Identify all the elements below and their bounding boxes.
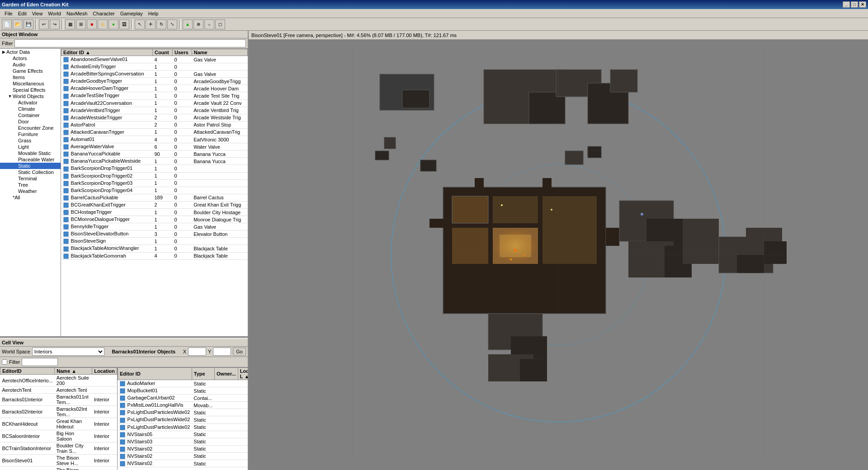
list-item[interactable]: NVStairs02 Static	[118, 452, 248, 460]
list-item[interactable]: NVStairs03 Static	[118, 438, 248, 445]
region-button[interactable]: ◻	[215, 19, 225, 29]
list-item[interactable]: NVStairs02 Static	[118, 445, 248, 452]
render-button[interactable]: 🖼	[119, 19, 129, 29]
list-item[interactable]: NVStairs02 Static	[118, 460, 248, 467]
menu-edit[interactable]: Edit	[15, 10, 29, 17]
tree-item-misc[interactable]: Miscellaneous	[0, 80, 61, 87]
menu-world[interactable]: World	[45, 10, 64, 17]
tree-item-placeable-water[interactable]: Placeable Water	[0, 156, 61, 163]
list-item[interactable]: BCKhanHideout Great Khan Hideout Interio…	[0, 418, 117, 430]
obj-col-owner[interactable]: Owner...	[215, 368, 238, 380]
table-row[interactable]: AbandonedSewerValve01 4 0 Gas Valve	[61, 56, 248, 63]
list-item[interactable]: PxLightDustParticlesWide02 Static	[118, 416, 248, 423]
grid-button[interactable]: ▦	[65, 19, 75, 29]
tree-item-actor-data[interactable]: ▶ Actor Data	[0, 49, 61, 55]
cell-col-name[interactable]: Name ▲	[55, 368, 92, 375]
cell-col-editorid[interactable]: EditorID	[0, 368, 55, 375]
table-row[interactable]: BarkScorpionDropTrigger03 1 0	[61, 179, 248, 187]
table-row[interactable]: ArcadeBitterSpringsConversation 1 0 Gas …	[61, 70, 248, 78]
table-row[interactable]: BlackjackTableAtomicWrangler 1 0 Blackja…	[61, 245, 248, 252]
move-button[interactable]: ✛	[146, 19, 156, 29]
tree-item-terminal[interactable]: Terminal	[0, 175, 61, 182]
table-row[interactable]: ArcadeWestsideTrigger 2 0 Arcade Westsid…	[61, 114, 248, 121]
tree-item-special-effects[interactable]: Special Effects	[0, 87, 61, 93]
filter-input[interactable]	[14, 39, 246, 47]
viewport[interactable]	[249, 40, 868, 470]
tree-item-actors[interactable]: Actors	[0, 55, 61, 61]
table-row[interactable]: AstorPatrol 2 0 Astor Patrol Stop	[61, 121, 248, 128]
land-button[interactable]: ▲	[183, 19, 193, 29]
obj-col-lock[interactable]: Lock L ▲	[238, 368, 248, 380]
col-editor-id[interactable]: Editor ID ▲	[61, 49, 153, 56]
tree-item-encounter-zone[interactable]: Encounter Zone	[0, 125, 61, 131]
col-button[interactable]: ●	[108, 19, 118, 29]
menu-character[interactable]: Character	[90, 10, 117, 17]
list-item[interactable]: PxLightDustParticlesWide02 Static	[118, 409, 248, 416]
go-button[interactable]: Go	[233, 348, 246, 356]
table-row[interactable]: ArcadeGoodbyeTrigger 1 0 ArcadeGoodbyeTr…	[61, 78, 248, 85]
table-row[interactable]: AttackedCaravanTrigger 1 0 AttackedCarav…	[61, 128, 248, 136]
list-item[interactable]: GarbageCanUrban02 Contai...	[118, 395, 248, 402]
list-item[interactable]: BisonSteve02 The Bison Steve H... Interi…	[0, 467, 117, 470]
list-item[interactable]: BCSaloonInterior Big Hon Saloon Interior	[0, 430, 117, 442]
table-row[interactable]: ArcadeVentbirdTrigger 1 0 Arcade Ventbir…	[61, 107, 248, 114]
table-row[interactable]: BisonSteveSign 1 0	[61, 238, 248, 245]
list-item[interactable]: AerotechTent Aerotech Tent	[0, 387, 117, 394]
y-input[interactable]	[213, 348, 231, 356]
table-row[interactable]: BarkScorpionDropTrigger01 1 0	[61, 165, 248, 172]
tree-item-tree[interactable]: Tree	[0, 182, 61, 188]
x-input[interactable]	[188, 348, 206, 356]
menu-gameplay[interactable]: Gameplay	[118, 10, 146, 17]
obj-col-type[interactable]: Type	[192, 368, 214, 380]
expander-actor-data[interactable]: ▶	[1, 50, 6, 54]
tree-item-activator[interactable]: Activator	[0, 99, 61, 106]
list-item[interactable]: Barracks01Interior Barracks011nt Tem... …	[0, 394, 117, 406]
tree-item-weather[interactable]: Weather	[0, 188, 61, 194]
redo-button[interactable]: ↪	[50, 19, 60, 29]
rotate-button[interactable]: ↻	[156, 19, 166, 29]
cell-list-panel[interactable]: EditorID Name ▲ Location AerotechOfficeI…	[0, 367, 118, 470]
list-item[interactable]: Barracks02Interior Barracks02Int Tem... …	[0, 406, 117, 418]
wire-button[interactable]: ⊞	[76, 19, 86, 29]
cell-filter-input[interactable]	[22, 358, 58, 366]
maximize-button[interactable]: □	[851, 1, 858, 8]
table-row[interactable]: BarkScorpionDropTrigger02 1 0	[61, 172, 248, 179]
obj-col-editorid[interactable]: Editor ID	[118, 368, 192, 380]
filter-checkbox[interactable]	[2, 359, 7, 365]
obj-button[interactable]: ■	[87, 19, 97, 29]
tree-item-climate[interactable]: Climate	[0, 106, 61, 112]
tree-panel[interactable]: ▶ Actor Data Actors Audio Game Effects	[0, 49, 61, 336]
world-space-select[interactable]: Interiors	[32, 348, 104, 356]
tree-item-static[interactable]: Static	[0, 163, 61, 169]
table-row[interactable]: ArcadeTestSiteTrigger 1 0 Arcade Test Si…	[61, 92, 248, 99]
tree-item-all[interactable]: *All	[0, 194, 61, 201]
col-name[interactable]: Name	[192, 49, 247, 56]
list-item[interactable]: PxMistLow01LongHallVis Movab...	[118, 402, 248, 409]
menu-navmesh[interactable]: NavMesh	[64, 10, 90, 17]
save-button[interactable]: 💾	[24, 19, 33, 29]
undo-button[interactable]: ↩	[39, 19, 49, 29]
marker-button[interactable]: ⬦	[204, 19, 214, 29]
table-row[interactable]: BarrelCactusPickable 189 0 Barrel Cactus	[61, 194, 248, 201]
light-button[interactable]: ◎	[98, 19, 108, 29]
menu-help[interactable]: Help	[146, 10, 161, 17]
tree-item-audio[interactable]: Audio	[0, 61, 61, 68]
minimize-button[interactable]: _	[843, 1, 850, 8]
cell-objects-panel[interactable]: Editor ID Type Owner... Lock L ▲ AudioMa…	[118, 367, 248, 470]
table-row[interactable]: BananaYuccaPickable 90 0 Banana Yucca	[61, 150, 248, 158]
list-item[interactable]: BCTrainStationInterior Boulder City Trai…	[0, 442, 117, 455]
table-row[interactable]: BlackjackTableGomorrah 4 0 Blackjack Tab…	[61, 252, 248, 259]
scale-button[interactable]: ⤡	[167, 19, 177, 29]
list-item[interactable]: MopBucket01 Static	[118, 387, 248, 395]
tree-item-furniture[interactable]: Furniture	[0, 131, 61, 137]
tree-item-grass[interactable]: Grass	[0, 137, 61, 144]
tree-item-door[interactable]: Door	[0, 118, 61, 125]
table-row[interactable]: BCGreatKhanExitTrigger 2 0 Great Khan Ex…	[61, 201, 248, 208]
list-item[interactable]: NVStairs05 Static	[118, 431, 248, 438]
new-button[interactable]: 📄	[2, 19, 12, 29]
col-count[interactable]: Count	[152, 49, 172, 56]
close-button[interactable]: ✕	[859, 1, 866, 8]
table-row[interactable]: BCHostageTrigger 1 0 Boulder City Hostag…	[61, 208, 248, 216]
tree-item-game-effects[interactable]: Game Effects	[0, 68, 61, 74]
cell-col-location[interactable]: Location	[92, 368, 117, 375]
